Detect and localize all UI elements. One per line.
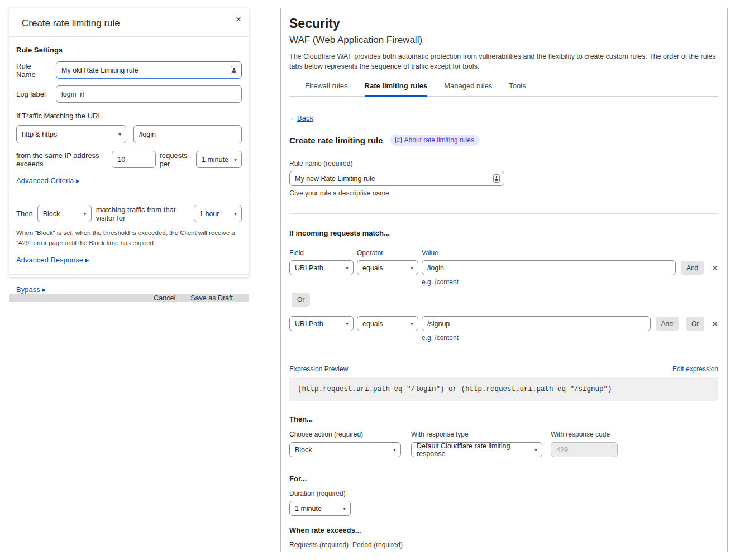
traffic-match-label: If Traffic Matching the URL: [16, 112, 242, 120]
advanced-response-link[interactable]: Advanced Response ▶: [16, 256, 89, 264]
requests-label: Requests (required): [289, 541, 352, 549]
operator-select[interactable]: equals ▾: [357, 316, 418, 331]
log-label-row: Log label: [16, 85, 242, 103]
create-rule-heading: Create rate limiting rule: [289, 136, 383, 145]
about-rate-limiting-badge[interactable]: About rate limiting rules: [390, 135, 480, 146]
duration-select[interactable]: 1 minute ▾: [289, 501, 351, 516]
scheme-select-value: http & https: [22, 131, 57, 138]
chevron-down-icon: ▾: [343, 505, 346, 511]
threshold-prefix: from the same IP address exceeds: [16, 151, 108, 168]
dialog-footer: Cancel Save as Draft: [9, 294, 249, 302]
tab-managed-rules[interactable]: Managed rules: [444, 82, 492, 97]
expression-preview-row: Expression Preview Edit expression: [289, 365, 718, 373]
dialog-title: Create rate limiting rule: [22, 18, 120, 28]
threshold-middle: requests per: [159, 151, 193, 168]
section-divider: [9, 274, 249, 275]
operator-select[interactable]: equals ▾: [357, 260, 418, 275]
block-duration-select[interactable]: 1 hour ▾: [194, 205, 242, 222]
advanced-criteria-label: Advanced Criteria: [16, 176, 74, 185]
and-button[interactable]: And: [681, 261, 704, 275]
docs-icon: [395, 137, 402, 143]
cancel-button[interactable]: Cancel: [154, 294, 175, 302]
match-heading: If incoming requests match...: [289, 229, 718, 237]
chevron-down-icon: ▾: [346, 265, 349, 271]
rule-settings-heading: Rule Settings: [16, 46, 242, 54]
log-label-label: Log label: [16, 90, 50, 98]
tab-firewall-rules[interactable]: Firewall rules: [305, 82, 348, 97]
page-title: Security: [289, 16, 718, 31]
page-subtitle: WAF (Web Application Firewall): [289, 35, 718, 46]
operator-select-value: equals: [362, 320, 383, 328]
rule-name-hint: Give your rule a descriptive name: [289, 189, 718, 197]
advanced-criteria-link[interactable]: Advanced Criteria ▶: [16, 176, 80, 185]
remove-condition-icon[interactable]: ✕: [712, 319, 718, 328]
back-link[interactable]: ←Back: [289, 114, 313, 122]
duration-label: Duration (required): [289, 490, 718, 497]
response-code-label: With response code: [551, 430, 618, 438]
dialog-body: Rule Settings Rule Name Log label If Tra…: [9, 37, 249, 294]
chevron-down-icon: ▾: [411, 265, 413, 271]
chevron-down-icon: ▾: [393, 447, 396, 453]
expression-preview-label: Expression Preview: [289, 365, 348, 373]
waf-panel: Security WAF (Web Application Firewall) …: [280, 8, 728, 552]
scheme-select[interactable]: http & https ▾: [16, 125, 126, 143]
triangle-right-icon: ▶: [42, 287, 46, 293]
page-description: The Cloudflare WAF provides both automat…: [289, 51, 718, 71]
threshold-input[interactable]: [112, 151, 156, 168]
chevron-down-icon: ▾: [234, 210, 237, 217]
rate-labels: Requests (required) Period (required): [289, 541, 718, 549]
field-select[interactable]: URI Path ▾: [289, 260, 354, 275]
close-icon[interactable]: ×: [236, 14, 241, 25]
and-button[interactable]: And: [656, 317, 679, 331]
condition-column-labels: Field Operator Value: [289, 249, 718, 257]
tab-tools[interactable]: Tools: [509, 82, 526, 97]
chevron-down-icon: ▾: [234, 156, 237, 162]
section-divider: [9, 195, 249, 195]
tab-rate-limiting-rules[interactable]: Rate limiting rules: [365, 82, 428, 97]
chevron-down-icon: ▾: [118, 131, 121, 137]
back-label: Back: [297, 114, 313, 122]
edit-expression-link[interactable]: Edit expression: [672, 365, 718, 373]
or-button[interactable]: Or: [292, 293, 310, 307]
url-input[interactable]: [133, 125, 242, 143]
response-type-select[interactable]: Default Cloudflare rate limiting respons…: [411, 442, 542, 457]
rule-name-label: Rule name (required): [289, 160, 718, 167]
then-suffix: matching traffic from that visitor for: [96, 205, 190, 222]
rule-name-input[interactable]: [289, 171, 504, 186]
threshold-row: from the same IP address exceeds request…: [16, 151, 242, 168]
duration-select-value: 1 minute: [295, 505, 322, 513]
save-as-draft-button[interactable]: Save as Draft: [190, 294, 233, 302]
rate-heading: When rate exceeds...: [289, 526, 718, 534]
url-match-row: http & https ▾: [16, 125, 242, 143]
value-input[interactable]: [422, 260, 676, 275]
page-background: Create rate limiting rule × Rule Setting…: [0, 0, 735, 560]
bypass-link[interactable]: Bypass ▶: [16, 285, 46, 294]
chevron-down-icon: ▾: [84, 210, 87, 217]
or-button[interactable]: Or: [686, 317, 704, 331]
field-select-value: URI Path: [295, 264, 323, 272]
for-heading: For...: [289, 475, 718, 483]
section-divider: [289, 213, 718, 214]
rule-name-input[interactable]: [56, 61, 242, 79]
action-select-value: Block: [295, 446, 312, 454]
response-type-label: With response type: [411, 430, 542, 438]
remove-condition-icon[interactable]: ✕: [712, 264, 718, 272]
then-heading: Then...: [289, 415, 718, 423]
about-badge-label: About rate limiting rules: [404, 136, 474, 144]
period-select[interactable]: 1 minute ▾: [196, 151, 242, 168]
action-select[interactable]: Block ▾: [37, 205, 92, 222]
log-label-input[interactable]: [56, 85, 242, 103]
bypass-label: Bypass: [16, 285, 40, 294]
waf-tabs: Firewall rules Rate limiting rules Manag…: [289, 82, 718, 97]
triangle-right-icon: ▶: [76, 178, 80, 184]
period-label: Period (required): [352, 541, 403, 549]
block-duration-value: 1 hour: [199, 210, 219, 218]
field-select-value: URI Path: [295, 320, 323, 328]
value-input[interactable]: [422, 316, 651, 331]
action-select[interactable]: Block ▾: [289, 442, 401, 457]
response-type-value: Default Cloudflare rate limiting respons…: [417, 442, 531, 458]
condition-row: URI Path ▾ equals ▾ And ✕: [289, 260, 718, 275]
value-column-label: Value: [422, 249, 438, 257]
response-code-input: [551, 442, 618, 457]
field-select[interactable]: URI Path ▾: [289, 316, 354, 331]
